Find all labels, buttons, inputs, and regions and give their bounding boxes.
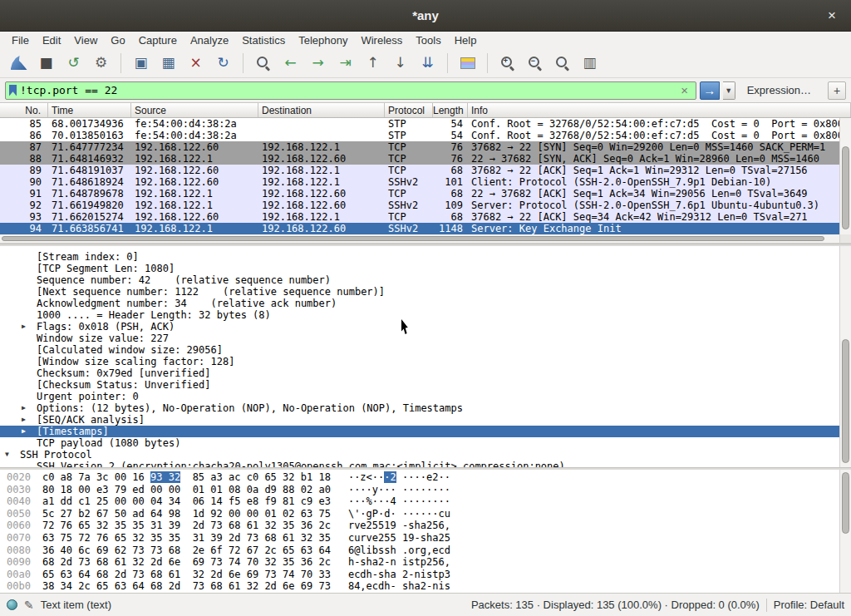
menu-item-tools[interactable]: Tools <box>409 32 447 48</box>
packet-list-hscrollbar[interactable] <box>0 234 851 244</box>
zoom-out-button[interactable]: − <box>522 51 548 76</box>
hex-vscrollbar[interactable] <box>839 470 851 593</box>
menu-item-view[interactable]: View <box>67 32 104 48</box>
collapsed-expander-icon[interactable]: ▶ <box>22 426 37 437</box>
zoom-reset-button[interactable] <box>549 51 575 76</box>
detail-line[interactable]: Window size value: 227 <box>0 333 851 344</box>
save-capture-file-button[interactable]: ▦ <box>155 51 181 76</box>
go-back-button[interactable]: ← <box>278 51 303 76</box>
auto-scroll-toggle-button[interactable]: ⇊ <box>415 51 440 76</box>
details-vscrollbar[interactable] <box>839 246 851 467</box>
collapsed-expander-icon[interactable]: ▶ <box>22 402 37 414</box>
detail-line[interactable]: ▶[Timestamps] <box>0 426 851 437</box>
packet-list-vscroll-thumb[interactable] <box>842 146 849 230</box>
zoom-in-button[interactable]: + <box>494 51 520 76</box>
packet-row[interactable]: 8971.648191037192.168.122.60192.168.122.… <box>0 165 851 176</box>
reload-capture-file-button[interactable]: ↻ <box>210 51 236 76</box>
resize-columns-button[interactable]: ▥ <box>577 51 603 76</box>
hex-line[interactable]: 007063 75 72 76 65 32 35 35 31 39 2d 73 … <box>7 532 851 545</box>
go-forward-button[interactable]: → <box>305 51 331 76</box>
detail-line[interactable]: Sequence number: 42 (relative sequence n… <box>0 274 851 286</box>
detail-line[interactable]: SSH Version 2 (encryption:chacha20-poly1… <box>0 461 851 467</box>
menu-item-file[interactable]: File <box>5 32 36 48</box>
hex-line[interactable]: 00a065 63 64 68 2d 73 68 61 32 2d 6e 69 … <box>7 569 851 581</box>
filter-bookmark-icon[interactable] <box>9 85 17 96</box>
filter-apply-button[interactable]: → <box>700 81 720 100</box>
colorize-toggle-button[interactable] <box>455 51 480 76</box>
capture-comment-icon[interactable]: ✎ <box>24 599 34 612</box>
go-to-packet-button[interactable]: ⇥ <box>332 51 358 76</box>
capture-options-button[interactable]: ⚙ <box>88 51 114 76</box>
detail-line[interactable]: [Window size scaling factor: 128] <box>0 356 851 367</box>
packet-row[interactable]: 8871.648146932192.168.122.1192.168.122.6… <box>0 153 851 165</box>
hex-line[interactable]: 006072 76 65 32 35 35 31 39 2d 73 68 61 … <box>7 520 851 532</box>
detail-line[interactable]: ▶Flags: 0x018 (PSH, ACK) <box>0 321 851 333</box>
detail-line[interactable]: [Stream index: 0] <box>0 251 851 263</box>
detail-line[interactable]: [Next sequence number: 1122 (relative se… <box>0 286 851 298</box>
hex-line[interactable]: 0020c0 a8 7a 3c 00 16 93 32 85 a3 ac c0 … <box>7 471 851 484</box>
column-header-protocol[interactable]: Protocol <box>385 103 433 117</box>
find-packet-button[interactable] <box>250 51 276 76</box>
menu-item-help[interactable]: Help <box>448 32 484 48</box>
detail-line[interactable]: 1000 .... = Header Length: 32 bytes (8) <box>0 309 851 321</box>
column-header-info[interactable]: Info <box>468 103 851 117</box>
hex-line[interactable]: 0040a1 dd c1 25 00 00 04 34 06 14 f5 e8 … <box>7 495 851 508</box>
packet-row[interactable]: 9471.663856741192.168.122.1192.168.122.6… <box>0 223 851 234</box>
column-header-no[interactable]: No. <box>0 103 48 117</box>
detail-line[interactable]: Checksum: 0x79ed [unverified] <box>0 367 851 379</box>
display-filter-entry[interactable]: × <box>5 81 696 100</box>
packet-list-vscrollbar[interactable] <box>839 118 851 234</box>
column-header-time[interactable]: Time <box>48 103 131 117</box>
hex-line[interactable]: 009068 2d 73 68 61 32 2d 6e 69 73 74 70 … <box>7 556 851 569</box>
capture-restart-button[interactable]: ↺ <box>61 51 86 76</box>
close-capture-file-button[interactable]: × <box>183 51 209 76</box>
filter-dropdown-icon[interactable]: ▼ <box>723 81 735 100</box>
column-header-destination[interactable]: Destination <box>258 103 385 117</box>
hex-vscroll-thumb[interactable] <box>842 472 849 534</box>
detail-line[interactable]: ▼SSH Protocol <box>0 449 851 461</box>
hex-line[interactable]: 00b038 34 2c 65 63 64 68 2d 73 68 61 32 … <box>7 580 851 593</box>
add-filter-button[interactable]: + <box>828 81 846 100</box>
capture-stop-button[interactable]: ■ <box>33 51 59 76</box>
detail-line[interactable]: ▶Options: (12 bytes), No-Operation (NOP)… <box>0 402 851 414</box>
filter-clear-icon[interactable]: × <box>677 83 692 97</box>
close-window-button[interactable]: × <box>823 7 841 25</box>
packet-row[interactable]: 9071.648618924192.168.122.60192.168.122.… <box>0 176 851 188</box>
hex-line[interactable]: 003080 18 00 e3 79 ed 00 00 01 01 08 0a … <box>7 484 851 496</box>
packet-row[interactable]: 9371.662015274192.168.122.60192.168.122.… <box>0 211 851 223</box>
column-header-source[interactable]: Source <box>131 103 258 117</box>
packet-row[interactable]: 8670.013850163fe:54:00:d4:38:2aSTP54Conf… <box>0 130 851 141</box>
open-capture-file-button[interactable]: ▣ <box>128 51 154 76</box>
capture-start-button[interactable] <box>6 51 32 76</box>
collapsed-expander-icon[interactable]: ▶ <box>22 321 37 333</box>
menu-item-capture[interactable]: Capture <box>132 32 184 48</box>
menu-item-edit[interactable]: Edit <box>36 32 67 48</box>
detail-line[interactable]: TCP payload (1080 bytes) <box>0 437 851 449</box>
go-to-first-packet-button[interactable]: ↑ <box>360 51 386 76</box>
hex-line[interactable]: 008036 40 6c 69 62 73 73 68 2e 6f 72 67 … <box>7 545 851 557</box>
menu-item-statistics[interactable]: Statistics <box>235 32 292 48</box>
menu-item-telephony[interactable]: Telephony <box>292 32 354 48</box>
expert-info-icon[interactable] <box>7 599 17 610</box>
display-filter-input[interactable] <box>20 84 674 96</box>
packet-list-hscroll-thumb[interactable] <box>2 236 824 241</box>
collapsed-expander-icon[interactable]: ▶ <box>22 414 37 426</box>
packet-row[interactable]: 9171.648789678192.168.122.1192.168.122.6… <box>0 188 851 200</box>
menu-item-wireless[interactable]: Wireless <box>354 32 409 48</box>
menu-item-go[interactable]: Go <box>104 32 131 48</box>
details-vscroll-thumb[interactable] <box>842 339 849 463</box>
packet-row[interactable]: 8568.001734936fe:54:00:d4:38:2aSTP54Conf… <box>0 118 851 130</box>
column-header-length[interactable]: Length <box>433 103 468 117</box>
expression-button[interactable]: Expression… <box>739 82 819 98</box>
profile-button[interactable]: Profile: Default <box>774 599 844 611</box>
detail-line[interactable]: ▶[SEQ/ACK analysis] <box>0 414 851 426</box>
detail-line[interactable]: [TCP Segment Len: 1080] <box>0 263 851 274</box>
go-to-last-packet-button[interactable]: ↓ <box>387 51 413 76</box>
detail-line[interactable]: Acknowledgment number: 34 (relative ack … <box>0 298 851 309</box>
packet-row[interactable]: 9271.661949820192.168.122.1192.168.122.6… <box>0 200 851 211</box>
menu-item-analyze[interactable]: Analyze <box>184 32 235 48</box>
detail-line[interactable]: [Calculated window size: 29056] <box>0 344 851 356</box>
detail-line[interactable]: Urgent pointer: 0 <box>0 391 851 402</box>
hex-line[interactable]: 00505c 27 b2 67 50 ad 64 98 1d 92 00 00 … <box>7 508 851 520</box>
packet-row[interactable]: 8771.647777234192.168.122.60192.168.122.… <box>0 141 851 153</box>
